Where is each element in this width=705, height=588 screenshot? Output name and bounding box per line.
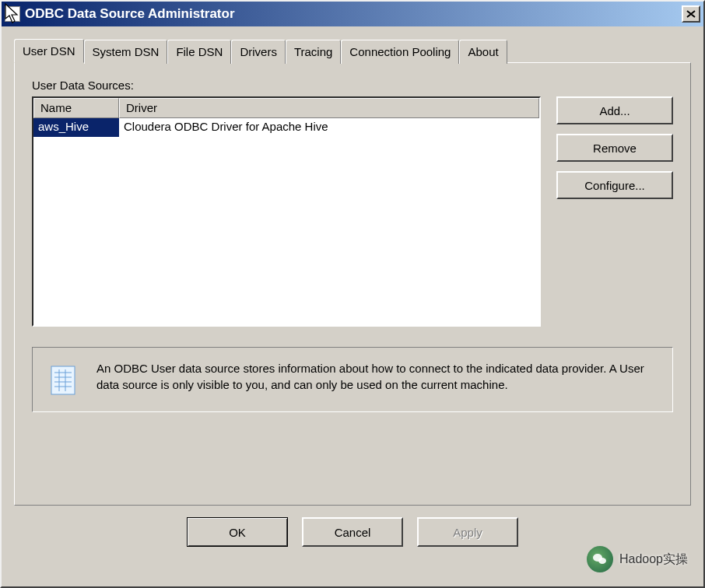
tab-file-dsn[interactable]: File DSN: [167, 40, 231, 64]
cell-driver: Cloudera ODBC Driver for Apache Hive: [119, 118, 539, 137]
tab-drivers[interactable]: Drivers: [231, 40, 286, 64]
tab-connection-pooling[interactable]: Connection Pooling: [341, 40, 459, 64]
titlebar: ODBC Data Source Administrator: [2, 2, 703, 26]
side-buttons: Add... Remove Configure...: [556, 96, 673, 199]
datasource-icon: [47, 360, 81, 399]
tab-tracing[interactable]: Tracing: [286, 40, 341, 64]
remove-button[interactable]: Remove: [556, 134, 673, 162]
tab-user-dsn[interactable]: User DSN: [14, 39, 84, 63]
content-area: User DSN System DSN File DSN Drivers Tra…: [2, 26, 703, 559]
tab-panel-user-dsn: User Data Sources: Name Driver aws_Hive …: [14, 62, 691, 506]
info-text: An ODBC User data source stores informat…: [96, 360, 658, 393]
tab-about[interactable]: About: [459, 40, 507, 64]
add-button[interactable]: Add...: [556, 96, 673, 124]
tab-system-dsn[interactable]: System DSN: [84, 40, 168, 64]
ok-button[interactable]: OK: [187, 517, 288, 547]
info-panel: An ODBC User data source stores informat…: [32, 347, 673, 412]
close-icon: [686, 10, 696, 18]
cell-name: aws_Hive: [33, 118, 119, 137]
svg-rect-0: [51, 366, 75, 394]
window-title: ODBC Data Source Administrator: [25, 6, 682, 22]
watermark-text: Hadoop实操: [619, 551, 688, 568]
close-button[interactable]: [682, 5, 700, 23]
wechat-icon: [587, 546, 613, 572]
app-icon: [5, 6, 20, 22]
info-icon: [47, 360, 81, 399]
svg-point-8: [598, 558, 606, 564]
dialog-buttons: OK Cancel Apply: [14, 506, 691, 547]
section-label: User Data Sources:: [32, 79, 673, 92]
configure-button[interactable]: Configure...: [556, 171, 673, 199]
list-header: Name Driver: [33, 98, 539, 118]
cancel-button[interactable]: Cancel: [302, 517, 403, 547]
list-item[interactable]: aws_Hive Cloudera ODBC Driver for Apache…: [33, 118, 539, 137]
apply-button[interactable]: Apply: [417, 517, 518, 547]
tab-strip: User DSN System DSN File DSN Drivers Tra…: [14, 39, 691, 63]
column-header-driver[interactable]: Driver: [119, 98, 539, 118]
watermark: Hadoop实操: [587, 546, 688, 572]
data-sources-list[interactable]: Name Driver aws_Hive Cloudera ODBC Drive…: [32, 96, 541, 327]
column-header-name[interactable]: Name: [33, 98, 119, 118]
odbc-admin-window: ODBC Data Source Administrator User DSN …: [0, 0, 705, 588]
